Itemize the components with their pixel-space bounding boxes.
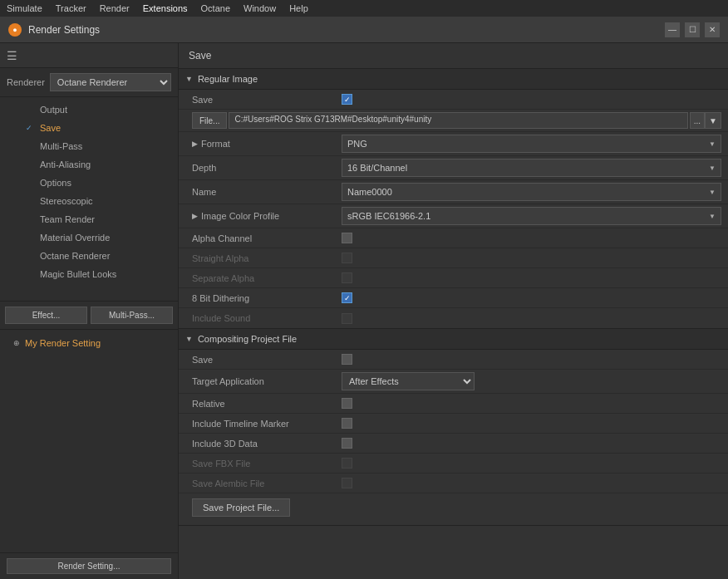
name-row: Name Name0000 ▼	[179, 180, 728, 204]
nav-items: Output ✓ Save Multi-Pass Anti-Aliasing O…	[0, 97, 178, 301]
menu-octane[interactable]: Octane	[201, 3, 230, 13]
straight-alpha-row: Straight Alpha	[179, 248, 728, 268]
save-check-icon: ✓	[23, 122, 35, 134]
regular-image-section: ▼ Regular Image Save File... C:#Users#RO…	[179, 69, 728, 329]
render-setting-name: My Render Setting	[25, 338, 101, 348]
relative-label: Relative	[192, 399, 342, 409]
include-3d-data-label: Include 3D Data	[192, 439, 342, 449]
sidebar-item-options[interactable]: Options	[0, 174, 178, 192]
name-select[interactable]: Name0000 ▼	[342, 183, 721, 201]
team-render-check-icon	[23, 213, 35, 225]
stereoscopic-check-icon	[23, 195, 35, 207]
options-check-icon	[23, 177, 35, 189]
menu-help[interactable]: Help	[289, 3, 308, 13]
material-override-check-icon	[23, 232, 35, 243]
close-button[interactable]: ✕	[705, 22, 720, 37]
save-row: Save	[179, 90, 728, 110]
depth-row: Depth 16 Bit/Channel ▼	[179, 156, 728, 180]
menu-extensions[interactable]: Extensions	[143, 3, 188, 13]
format-arrow-icon: ▼	[709, 140, 716, 148]
separate-alpha-label: Separate Alpha	[192, 273, 342, 283]
maximize-button[interactable]: ☐	[685, 22, 700, 37]
include-3d-data-checkbox[interactable]	[342, 438, 352, 449]
save-project-file-button[interactable]: Save Project File...	[192, 498, 290, 517]
menu-window[interactable]: Window	[243, 3, 276, 13]
include-sound-checkbox	[342, 313, 352, 324]
output-check-icon	[23, 104, 35, 115]
compositing-label: Compositing Project File	[198, 334, 297, 344]
separate-alpha-row: Separate Alpha	[179, 268, 728, 288]
title-bar: ● Render Settings — ☐ ✕	[0, 17, 728, 43]
file-row: File... C:#Users#ROG Strix G713RM#Deskto…	[179, 110, 728, 132]
sidebar-item-save[interactable]: ✓ Save	[0, 119, 178, 137]
multi-pass-check-icon	[23, 140, 35, 152]
separate-alpha-checkbox	[342, 272, 352, 283]
save-alembic-file-checkbox	[342, 478, 352, 488]
file-button[interactable]: File...	[192, 112, 227, 129]
target-application-row: Target Application After Effects	[179, 370, 728, 394]
target-application-label: Target Application	[192, 376, 342, 386]
eight-bit-dithering-checkbox[interactable]	[342, 292, 352, 303]
image-color-profile-select[interactable]: sRGB IEC61966-2.1 ▼	[342, 207, 721, 225]
render-setting-button[interactable]: Render Setting...	[7, 558, 171, 574]
regular-image-header[interactable]: ▼ Regular Image	[179, 69, 728, 90]
effect-button[interactable]: Effect...	[5, 307, 87, 324]
sidebar-item-octane-renderer[interactable]: Octane Renderer	[0, 247, 178, 265]
compositing-save-checkbox[interactable]	[342, 354, 352, 365]
relative-checkbox[interactable]	[342, 398, 352, 409]
alpha-channel-label: Alpha Channel	[192, 233, 342, 243]
save-row-label: Save	[192, 95, 342, 105]
menu-simulate[interactable]: Simulate	[7, 3, 42, 13]
name-label: Name	[192, 187, 342, 197]
compositing-header[interactable]: ▼ Compositing Project File	[179, 329, 728, 350]
compositing-toggle-icon: ▼	[185, 335, 193, 343]
depth-label: Depth	[192, 163, 342, 173]
render-setting-section: ⊕ My Render Setting	[0, 329, 178, 356]
sidebar-item-anti-aliasing[interactable]: Anti-Aliasing	[0, 155, 178, 174]
sidebar-item-multi-pass[interactable]: Multi-Pass	[0, 137, 178, 155]
save-header: Save	[179, 43, 728, 69]
sidebar-item-output[interactable]: Output	[0, 101, 178, 119]
anti-aliasing-check-icon	[23, 159, 35, 170]
format-expand-icon: ▶	[192, 140, 198, 148]
depth-arrow-icon: ▼	[709, 164, 716, 172]
format-select[interactable]: PNG ▼	[342, 135, 721, 153]
alpha-channel-checkbox[interactable]	[342, 233, 352, 243]
compositing-save-label: Save	[192, 355, 342, 365]
target-application-select[interactable]: After Effects	[342, 372, 475, 390]
include-timeline-marker-row: Include Timeline Marker	[179, 414, 728, 434]
regular-image-label: Regular Image	[198, 74, 258, 84]
app-icon: ●	[8, 23, 22, 37]
file-browse-button[interactable]: ...	[690, 112, 705, 129]
expand-icon: ⊕	[13, 339, 20, 347]
minimize-button[interactable]: —	[665, 22, 680, 37]
render-setting-item[interactable]: ⊕ My Render Setting	[7, 335, 171, 351]
include-timeline-marker-label: Include Timeline Marker	[192, 419, 342, 429]
regular-image-toggle-icon: ▼	[185, 75, 193, 83]
compositing-save-row: Save	[179, 350, 728, 370]
save-checkbox[interactable]	[342, 94, 352, 105]
menu-tracker[interactable]: Tracker	[56, 3, 86, 13]
sidebar-item-team-render[interactable]: Team Render	[0, 210, 178, 228]
save-fbx-file-label: Save FBX File	[192, 459, 342, 469]
save-project-file-container: Save Project File...	[179, 493, 728, 525]
sidebar-item-stereoscopic[interactable]: Stereoscopic	[0, 192, 178, 210]
multi-pass-button[interactable]: Multi-Pass...	[91, 307, 173, 324]
menu-render[interactable]: Render	[100, 3, 130, 13]
image-color-profile-row: ▶ Image Color Profile sRGB IEC61966-2.1 …	[179, 204, 728, 228]
sidebar-item-material-override[interactable]: Material Override	[0, 228, 178, 247]
save-fbx-file-checkbox	[342, 458, 352, 469]
file-dropdown-button[interactable]: ▼	[705, 112, 721, 129]
eight-bit-dithering-row: 8 Bit Dithering	[179, 288, 728, 308]
renderer-select[interactable]: Octane Renderer	[50, 73, 171, 91]
eight-bit-dithering-label: 8 Bit Dithering	[192, 293, 342, 303]
alpha-channel-row: Alpha Channel	[179, 228, 728, 248]
save-alembic-file-row: Save Alembic File	[179, 474, 728, 493]
hamburger-icon[interactable]: ☰	[7, 49, 17, 62]
depth-select[interactable]: 16 Bit/Channel ▼	[342, 159, 721, 177]
sidebar-item-magic-bullet-looks[interactable]: Magic Bullet Looks	[0, 265, 178, 283]
name-arrow-icon: ▼	[709, 189, 716, 196]
include-3d-data-row: Include 3D Data	[179, 434, 728, 454]
include-timeline-marker-checkbox[interactable]	[342, 418, 352, 429]
content-area: Save ▼ Regular Image Save File... C:#Use…	[179, 43, 728, 579]
